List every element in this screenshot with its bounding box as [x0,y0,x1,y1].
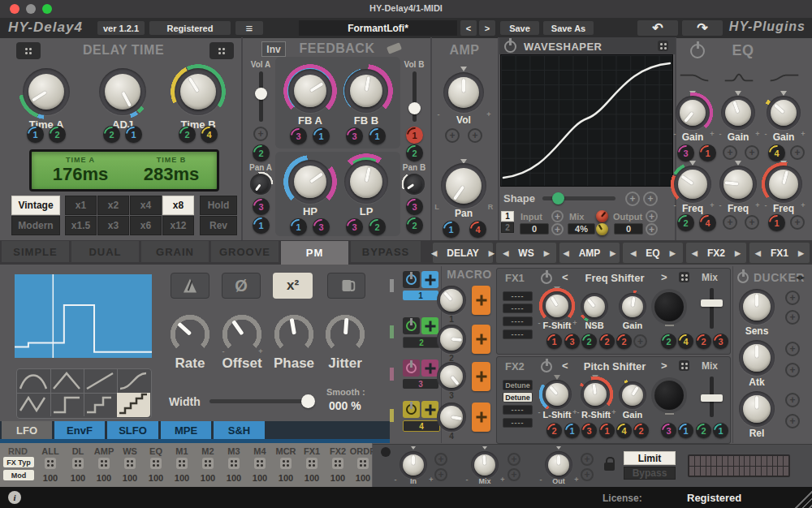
eq-gain-2-knob[interactable] [721,96,755,130]
waveshaper-graph[interactable] [500,54,673,187]
ws-mix-mod-knob-yellow[interactable] [596,223,608,235]
menu-button[interactable]: ≡ [235,21,263,35]
mult-x2-button[interactable]: x2 [97,196,129,215]
amp-pan-knob[interactable] [441,163,486,209]
next-preset-button[interactable]: > [479,20,495,36]
plus-button[interactable]: + [551,223,564,235]
fx2-slot-2[interactable]: Detune [503,392,533,403]
macro-2-knob[interactable] [437,325,466,354]
mod-knob[interactable]: 1 [768,214,785,231]
fx1-slot-2[interactable]: ---- [503,304,533,313]
rnd-value[interactable]: 100 [123,473,137,483]
mod-4-label[interactable]: 4 [403,420,440,432]
mod-knob[interactable]: 4 [678,334,693,349]
time-a-knob[interactable] [23,68,70,115]
tab-pm[interactable]: PM [281,241,348,265]
plus-button[interactable]: + [785,414,800,428]
mod-knob[interactable]: 1 [125,126,142,143]
fx2-power-icon[interactable] [541,361,552,372]
dice-icon[interactable] [679,272,689,282]
lock-icon[interactable] [604,463,615,471]
plus-button[interactable]: + [508,468,520,481]
undo-button[interactable]: ↶ [637,20,678,36]
fx1-slot-4[interactable]: ---- [503,329,533,339]
fx2-rshift-knob[interactable] [581,380,610,409]
tab-mpe[interactable]: MPE [161,421,211,439]
rate-knob[interactable] [172,316,208,352]
mod-knob[interactable]: 2 [546,423,562,438]
vol-b-slider[interactable] [408,71,421,122]
arrow-left-icon[interactable]: ◀ [692,249,698,257]
fx1-name[interactable]: Freq Shifter [585,272,645,284]
mod-knob[interactable]: 2 [103,126,120,143]
lp-knob[interactable] [344,160,388,204]
mod-4-drag-handle[interactable] [421,401,438,418]
mod-knob[interactable]: 3 [290,127,307,144]
pm-wave-display[interactable] [15,274,152,358]
mod-knob[interactable]: 1 [713,423,728,438]
info-button[interactable]: i [8,491,21,504]
mod-1-power-button[interactable] [403,271,420,288]
redo-button[interactable]: ↷ [682,20,723,36]
mod-knob[interactable]: 1 [27,126,44,143]
ducker-rel-knob[interactable] [739,391,775,427]
mod-knob[interactable]: 1 [253,217,270,234]
fx2-slot-1[interactable]: Detune [503,380,533,390]
ducker-sens-knob[interactable] [739,289,775,325]
arrow-right-icon[interactable]: ▶ [798,249,804,257]
bypass-button[interactable]: Bypass [624,467,676,480]
plus-button[interactable]: + [785,363,800,377]
tab-grain[interactable]: GRAIN [141,241,209,262]
mod-3-drag-handle[interactable] [421,359,438,377]
rnd-value[interactable]: 100 [279,473,293,483]
fx2-name[interactable]: Pitch Shifter [584,360,646,372]
arrow-left-icon[interactable]: ◀ [503,249,508,257]
wave-zigzag-button[interactable] [17,393,51,416]
tab-sh[interactable]: S&H [214,421,265,439]
mod-2-drag-handle[interactable] [421,317,438,334]
mod-3-label[interactable]: 3 [403,379,438,389]
mod-button[interactable]: Mod [3,470,34,480]
mod-knob[interactable]: 3 [346,127,363,144]
mode-vintage-button[interactable]: Vintage [11,196,60,215]
shape-slider[interactable] [542,196,615,200]
dice-icon[interactable] [72,458,84,469]
arrow-right-icon[interactable]: ▶ [489,249,495,257]
rnd-value[interactable]: 100 [201,473,215,483]
tab-dual[interactable]: DUAL [71,241,139,262]
mod-knob[interactable]: 1 [443,221,460,238]
tab-simple[interactable]: SIMPLE [2,241,69,262]
tab-bypass[interactable]: BYPASS [351,241,421,262]
fx1-mix-slider[interactable] [705,288,718,329]
mod-knob[interactable]: 2 [406,217,423,234]
ws-input-value[interactable]: 0 [520,223,549,235]
nav-eq[interactable]: ◀ EQ ▶ [622,242,684,264]
wave-ramp-button[interactable] [84,369,118,394]
mod-2-power-button[interactable] [403,317,420,334]
randomize-icon[interactable] [209,42,234,59]
plus-button[interactable]: + [785,310,800,325]
arrow-right-icon[interactable]: ▶ [610,249,615,257]
mod-knob[interactable]: 2 [677,214,694,231]
fx2-gain-knob[interactable] [619,381,646,409]
plus-button[interactable]: + [581,453,594,466]
phase-invert-button[interactable]: Ø [222,273,261,299]
fx2-mix-slider[interactable] [705,377,718,417]
plus-button[interactable]: + [723,215,737,230]
width-slider[interactable] [209,399,314,403]
plus-button[interactable]: + [646,223,658,235]
plus-button[interactable]: + [253,127,268,141]
wave-sine-button[interactable] [17,369,51,394]
mod-knob[interactable]: 1 [406,127,423,144]
fx1-fshift-knob[interactable] [542,291,572,321]
fx1-gain-knob[interactable] [619,293,646,321]
plus-button[interactable]: + [434,468,447,481]
ducker-power-icon[interactable] [737,272,749,283]
macro-3-drag-handle[interactable] [472,362,490,391]
vol-a-slider[interactable] [254,71,267,122]
arrow-right-icon[interactable]: ▶ [544,249,550,257]
square-mode-button[interactable]: x² [273,273,313,299]
ducker-atk-knob[interactable] [739,340,775,376]
mod-knob[interactable]: 1 [599,423,615,438]
mod-2-label[interactable]: 2 [403,337,440,348]
